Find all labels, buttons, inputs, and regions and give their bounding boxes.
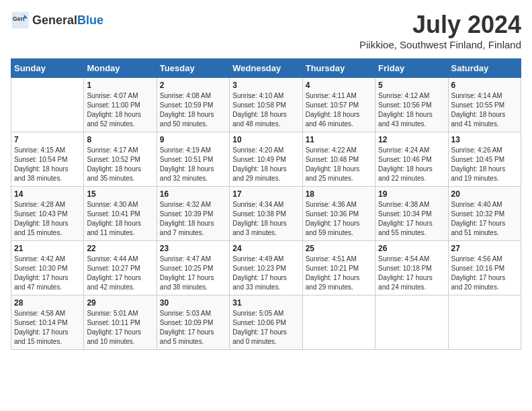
day-number: 23: [160, 244, 226, 253]
day-info: Sunrise: 4:36 AMSunset: 10:36 PMDaylight…: [306, 200, 372, 238]
sunset-time: Sunset: 10:48 PM: [306, 156, 359, 163]
daylight-hours: Daylight: 17 hours and 38 minutes.: [160, 274, 214, 291]
day-number: 12: [378, 135, 445, 144]
daylight-hours: Daylight: 18 hours and 52 minutes.: [87, 111, 141, 128]
day-number: 31: [232, 298, 299, 308]
calendar-table: Sunday Monday Tuesday Wednesday Thursday…: [11, 58, 521, 350]
day-info: Sunrise: 4:28 AMSunset: 10:43 PMDaylight…: [14, 200, 81, 238]
sunset-time: Sunset: 10:56 PM: [378, 101, 432, 109]
day-info: Sunrise: 4:58 AMSunset: 10:14 PMDaylight…: [14, 309, 81, 347]
sunrise-time: Sunrise: 4:15 AM: [14, 146, 65, 154]
day-cell: [11, 78, 84, 132]
day-cell: 6Sunrise: 4:14 AMSunset: 10:55 PMDayligh…: [448, 78, 521, 132]
sunrise-time: Sunrise: 4:56 AM: [451, 255, 502, 263]
day-number: 6: [451, 81, 518, 90]
sunrise-time: Sunrise: 4:30 AM: [87, 201, 138, 208]
day-cell: 1Sunrise: 4:07 AMSunset: 11:00 PMDayligh…: [84, 78, 157, 132]
day-number: 9: [160, 135, 226, 144]
day-number: 19: [378, 189, 445, 199]
day-number: 28: [14, 298, 81, 308]
day-number: 7: [14, 135, 81, 144]
sunset-time: Sunset: 10:45 PM: [451, 156, 505, 163]
sunrise-time: Sunrise: 4:17 AM: [87, 146, 138, 154]
day-cell: [302, 295, 375, 350]
week-row-3: 14Sunrise: 4:28 AMSunset: 10:43 PMDaylig…: [11, 187, 521, 241]
day-cell: 23Sunrise: 4:47 AMSunset: 10:25 PMDaylig…: [157, 241, 229, 295]
day-number: 3: [232, 81, 299, 90]
day-cell: 9Sunrise: 4:19 AMSunset: 10:51 PMDayligh…: [157, 132, 229, 187]
day-cell: 18Sunrise: 4:36 AMSunset: 10:36 PMDaylig…: [302, 187, 375, 241]
day-cell: 4Sunrise: 4:11 AMSunset: 10:57 PMDayligh…: [302, 78, 375, 132]
sunrise-time: Sunrise: 4:19 AM: [160, 146, 211, 154]
sunset-time: Sunset: 10:36 PM: [306, 210, 359, 218]
sunset-time: Sunset: 10:34 PM: [378, 210, 432, 218]
day-cell: 27Sunrise: 4:56 AMSunset: 10:16 PMDaylig…: [448, 241, 521, 295]
daylight-hours: Daylight: 18 hours and 25 minutes.: [306, 165, 360, 182]
sunrise-time: Sunrise: 4:36 AM: [306, 201, 357, 208]
sunset-time: Sunset: 10:09 PM: [160, 319, 214, 326]
sunrise-time: Sunrise: 4:14 AM: [451, 92, 502, 99]
day-number: 22: [87, 244, 153, 253]
daylight-hours: Daylight: 17 hours and 59 minutes.: [306, 220, 360, 236]
sunset-time: Sunset: 10:18 PM: [378, 265, 432, 272]
day-number: 26: [378, 244, 445, 253]
day-info: Sunrise: 4:12 AMSunset: 10:56 PMDaylight…: [378, 91, 445, 129]
daylight-hours: Daylight: 18 hours and 7 minutes.: [160, 220, 214, 236]
daylight-hours: Daylight: 17 hours and 5 minutes.: [160, 328, 214, 345]
sunset-time: Sunset: 10:25 PM: [160, 265, 214, 272]
daylight-hours: Daylight: 18 hours and 50 minutes.: [160, 111, 214, 128]
sunrise-time: Sunrise: 4:51 AM: [306, 255, 357, 263]
day-number: 2: [160, 81, 226, 90]
day-info: Sunrise: 4:47 AMSunset: 10:25 PMDaylight…: [160, 255, 226, 292]
day-info: Sunrise: 4:26 AMSunset: 10:45 PMDaylight…: [451, 146, 518, 183]
day-number: 18: [306, 189, 372, 199]
daylight-hours: Daylight: 17 hours and 0 minutes.: [232, 328, 287, 345]
sunrise-time: Sunrise: 4:07 AM: [87, 92, 138, 99]
week-row-5: 28Sunrise: 4:58 AMSunset: 10:14 PMDaylig…: [11, 295, 521, 350]
day-info: Sunrise: 4:54 AMSunset: 10:18 PMDaylight…: [378, 255, 445, 292]
day-number: 11: [306, 135, 372, 144]
day-info: Sunrise: 4:19 AMSunset: 10:51 PMDaylight…: [160, 146, 226, 183]
day-cell: 28Sunrise: 4:58 AMSunset: 10:14 PMDaylig…: [11, 295, 84, 350]
day-info: Sunrise: 4:11 AMSunset: 10:57 PMDaylight…: [306, 91, 372, 129]
day-info: Sunrise: 4:40 AMSunset: 10:32 PMDaylight…: [451, 200, 518, 238]
day-cell: 12Sunrise: 4:24 AMSunset: 10:46 PMDaylig…: [375, 132, 448, 187]
location-subtitle: Piikkioe, Southwest Finland, Finland: [359, 39, 521, 50]
sunrise-time: Sunrise: 5:01 AM: [87, 310, 138, 317]
sunset-time: Sunset: 10:41 PM: [87, 210, 140, 218]
day-cell: 24Sunrise: 4:49 AMSunset: 10:23 PMDaylig…: [230, 241, 302, 295]
daylight-hours: Daylight: 17 hours and 29 minutes.: [306, 274, 360, 291]
daylight-hours: Daylight: 18 hours and 35 minutes.: [87, 165, 141, 182]
sunset-time: Sunset: 10:55 PM: [451, 101, 505, 109]
header-saturday: Saturday: [448, 59, 521, 78]
daylight-hours: Daylight: 17 hours and 15 minutes.: [14, 328, 69, 345]
sunset-time: Sunset: 10:58 PM: [232, 101, 286, 109]
sunset-time: Sunset: 10:59 PM: [160, 101, 214, 109]
day-number: 29: [87, 298, 153, 308]
daylight-hours: Daylight: 18 hours and 38 minutes.: [14, 165, 69, 182]
daylight-hours: Daylight: 17 hours and 10 minutes.: [87, 328, 141, 345]
month-year-title: July 2024: [359, 11, 521, 39]
day-info: Sunrise: 4:44 AMSunset: 10:27 PMDaylight…: [87, 255, 153, 292]
day-info: Sunrise: 4:30 AMSunset: 10:41 PMDaylight…: [87, 200, 153, 238]
day-cell: 8Sunrise: 4:17 AMSunset: 10:52 PMDayligh…: [84, 132, 157, 187]
day-cell: 30Sunrise: 5:03 AMSunset: 10:09 PMDaylig…: [157, 295, 229, 350]
day-info: Sunrise: 4:22 AMSunset: 10:48 PMDaylight…: [306, 146, 372, 183]
day-number: 13: [451, 135, 518, 144]
sunset-time: Sunset: 10:23 PM: [232, 265, 286, 272]
daylight-hours: Daylight: 17 hours and 42 minutes.: [87, 274, 141, 291]
day-number: 21: [14, 244, 81, 253]
sunrise-time: Sunrise: 4:10 AM: [232, 92, 283, 99]
day-cell: 10Sunrise: 4:20 AMSunset: 10:49 PMDaylig…: [230, 132, 302, 187]
day-cell: 26Sunrise: 4:54 AMSunset: 10:18 PMDaylig…: [375, 241, 448, 295]
logo: Gen GeneralBlue: [11, 11, 103, 30]
sunrise-time: Sunrise: 4:42 AM: [14, 255, 65, 263]
day-info: Sunrise: 4:34 AMSunset: 10:38 PMDaylight…: [232, 200, 299, 238]
day-cell: 22Sunrise: 4:44 AMSunset: 10:27 PMDaylig…: [84, 241, 157, 295]
sunset-time: Sunset: 10:06 PM: [232, 319, 286, 326]
day-number: 27: [451, 244, 518, 253]
day-number: 14: [14, 189, 81, 199]
svg-text:Gen: Gen: [13, 15, 25, 22]
title-section: July 2024 Piikkioe, Southwest Finland, F…: [359, 11, 521, 50]
day-info: Sunrise: 4:38 AMSunset: 10:34 PMDaylight…: [378, 200, 445, 238]
